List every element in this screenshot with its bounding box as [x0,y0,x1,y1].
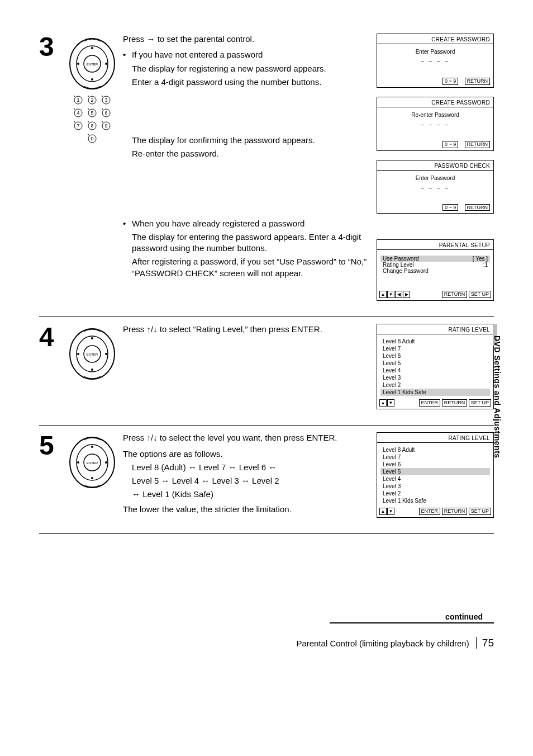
osd-create-password-2: CREATE PASSWORD Re-enter Password – – – … [377,97,494,151]
keys-hint: 0 ~ 9 [442,141,458,148]
password-dashes: – – – – [380,185,490,191]
b1-c: The display for confirming the password … [132,135,371,146]
osd-password-check: PASSWORD CHECK Enter Password – – – – 0 … [377,160,494,214]
keys-hint: 0 ~ 9 [442,78,458,85]
svg-point-49 [77,461,79,464]
svg-point-3 [77,63,79,65]
step-3: 3 ENTER 1 2 3 4 5 6 7 [39,34,494,317]
step-4-text: Press ↑/↓ to select “Rating Level,” then… [123,324,377,418]
list-item: Level 6 [380,461,490,468]
level-chain-1: Level 8 (Adult) ↔ Level 7 ↔ Level 6 ↔ [132,462,371,473]
step-number: 3 [39,34,67,310]
svg-point-4 [105,63,107,65]
osd-title: PARENTAL SETUP [377,240,493,250]
svg-point-50 [105,461,107,464]
remote-illustration: ENTER [67,432,123,527]
svg-point-34 [88,121,89,122]
osd-rating-level-1: RATING LEVEL Level 8 Adult Level 7 Level… [377,324,494,409]
svg-text:ENTER: ENTER [87,353,98,356]
return-hint: RETURN [465,204,491,211]
stricter-note: The lower the value, the stricter the li… [123,504,371,515]
svg-text:4: 4 [77,110,79,116]
list-item: Level 5 [380,360,490,367]
osd-title: CREATE PASSWORD [377,97,493,107]
svg-point-51 [91,446,93,448]
return-hint: RETURN [442,508,468,515]
svg-point-30 [74,108,75,110]
svg-text:1: 1 [77,97,79,103]
rating-level-list: Level 8 Adult Level 7 Level 6 Level 5 Le… [377,443,493,507]
step-5: 5 ENTER Press ↑/↓ to select the level yo… [39,432,494,534]
list-item-selected: Level 5 [380,468,490,475]
enter-hint: ENTER [419,508,441,515]
osd-create-password-1: CREATE PASSWORD Enter Password – – – – 0… [377,34,494,88]
list-item: Level 2 [380,381,490,389]
step-number: 4 [39,324,67,418]
b1-b: Enter a 4-digit password using the numbe… [132,77,371,88]
osd-parental-setup: PARENTAL SETUP Use Password[ Yes ] Ratin… [377,239,494,301]
svg-point-43 [91,337,93,339]
arrow-hint-icon: ▲▼◀▶ [379,291,410,298]
setup-hint: SET UP [469,291,491,298]
b1-a: The display for registering a new passwo… [132,63,371,74]
section-tab: DVD Settings and Adjustments [493,336,502,459]
svg-point-52 [91,477,93,479]
step-3-intro: Press → to set the parental control. [123,34,371,45]
svg-point-6 [91,78,93,81]
options-label: The options are as follows. [123,448,371,460]
svg-text:7: 7 [77,123,79,129]
return-hint: RETURN [465,78,491,85]
svg-text:9: 9 [104,123,107,129]
return-hint: RETURN [442,399,468,407]
svg-point-33 [74,121,75,122]
list-item: Level 6 [380,352,490,360]
svg-text:ENTER: ENTER [87,461,98,465]
svg-point-36 [88,134,89,135]
step-number: 5 [39,432,67,527]
enter-hint: ENTER [419,399,441,407]
osd-title: PASSWORD CHECK [377,160,493,171]
svg-point-41 [77,353,79,355]
footer-title: Parental Control (limiting playback by c… [296,639,469,648]
list-item: Level 7 [380,453,490,461]
svg-point-28 [88,96,89,97]
password-dashes: – – – – [380,58,490,64]
return-hint: RETURN [465,141,491,148]
rating-level-label: Rating Level [383,262,414,268]
use-password-label: Use Password [383,256,418,262]
svg-text:0: 0 [91,136,93,141]
bullet-no-password: If you have not entered a password [132,49,371,60]
svg-point-29 [102,96,103,97]
osd-title: RATING LEVEL [377,433,493,443]
svg-point-5 [91,47,93,49]
svg-text:8: 8 [91,123,93,129]
svg-text:2: 2 [91,97,93,103]
setup-hint: SET UP [469,508,491,515]
list-item: Level 1 Kids Safe [380,497,490,504]
return-hint: RETURN [442,291,468,298]
list-item-selected: Level 1 Kids Safe [380,389,490,396]
arrow-hint-icon: ▲▼ [379,508,394,515]
list-item: Level 2 [380,490,490,497]
step-5-intro: Press ↑/↓ to select the level you want, … [123,432,371,443]
level-chain-2: Level 5 ↔ Level 4 ↔ Level 3 ↔ Level 2 [132,475,371,486]
osd-title: CREATE PASSWORD [377,34,493,44]
svg-point-32 [102,108,103,110]
level-chain-3: ↔ Level 1 (Kids Safe) [132,489,371,500]
list-item: Level 3 [380,374,490,381]
b2-b: After registering a password, if you set… [132,256,371,279]
list-item: Level 4 [380,475,490,483]
osd-prompt: Re-enter Password [380,112,490,118]
page-number: 75 [476,637,494,649]
continued-label: continued [330,612,494,623]
step-3-text: Press → to set the parental control. •If… [123,34,377,310]
bullet-has-password: When you have already registered a passw… [132,218,371,229]
enter-label: ENTER [87,63,98,66]
svg-point-44 [91,368,93,371]
password-dashes: – – – – [380,121,490,127]
rating-level-list: Level 8 Adult Level 7 Level 6 Level 5 Le… [377,334,493,398]
svg-text:3: 3 [104,97,107,103]
list-item: Level 3 [380,483,490,490]
svg-point-31 [88,108,89,110]
svg-text:5: 5 [91,110,93,116]
